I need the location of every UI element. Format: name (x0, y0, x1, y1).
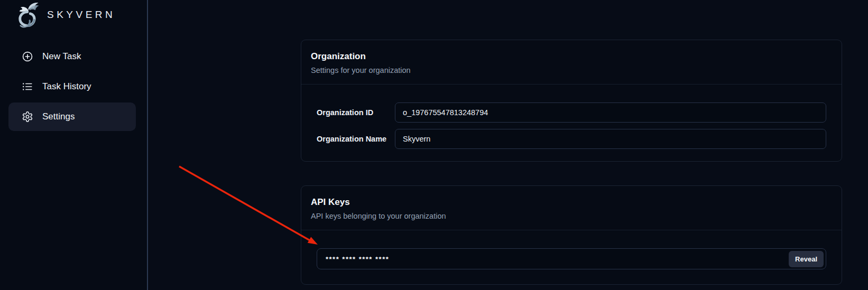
app-logo[interactable]: SKYVERN (15, 1, 115, 29)
organization-name-row: Organization Name (317, 129, 826, 149)
sidebar-item-new-task[interactable]: New Task (8, 42, 136, 71)
api-key-masked-input[interactable] (317, 249, 789, 269)
app-name: SKYVERN (47, 9, 115, 21)
sidebar: SKYVERN New Task Task History Settings (0, 0, 148, 290)
api-keys-card-subtitle: API keys belonging to your organization (311, 212, 832, 220)
api-keys-card: API Keys API keys belonging to your orga… (301, 185, 842, 285)
gear-icon (22, 111, 33, 123)
organization-card-title: Organization (311, 52, 832, 61)
sidebar-item-settings[interactable]: Settings (8, 102, 136, 131)
organization-id-label: Organization ID (317, 108, 386, 117)
organization-id-row: Organization ID (317, 102, 826, 123)
organization-card-body: Organization ID Organization Name (301, 85, 842, 149)
dragon-logo-icon (15, 1, 42, 29)
organization-card: Organization Settings for your organizat… (301, 40, 842, 162)
sidebar-item-task-history[interactable]: Task History (8, 72, 136, 101)
api-key-field: Reveal (317, 248, 826, 269)
api-keys-card-title: API Keys (311, 198, 832, 207)
api-keys-card-header: API Keys API keys belonging to your orga… (301, 186, 842, 230)
organization-name-label: Organization Name (317, 135, 386, 143)
api-keys-card-body: Reveal (301, 230, 842, 269)
sidebar-nav: New Task Task History Settings (8, 42, 136, 133)
list-icon (22, 81, 33, 92)
reveal-button[interactable]: Reveal (789, 251, 824, 267)
organization-card-header: Organization Settings for your organizat… (301, 40, 842, 85)
circle-plus-icon (22, 51, 33, 62)
sidebar-item-label: New Task (42, 51, 81, 62)
organization-id-input[interactable] (395, 102, 826, 123)
sidebar-item-label: Settings (42, 111, 75, 122)
organization-card-subtitle: Settings for your organization (311, 66, 832, 74)
sidebar-item-label: Task History (42, 81, 91, 92)
organization-name-input[interactable] (395, 129, 826, 149)
